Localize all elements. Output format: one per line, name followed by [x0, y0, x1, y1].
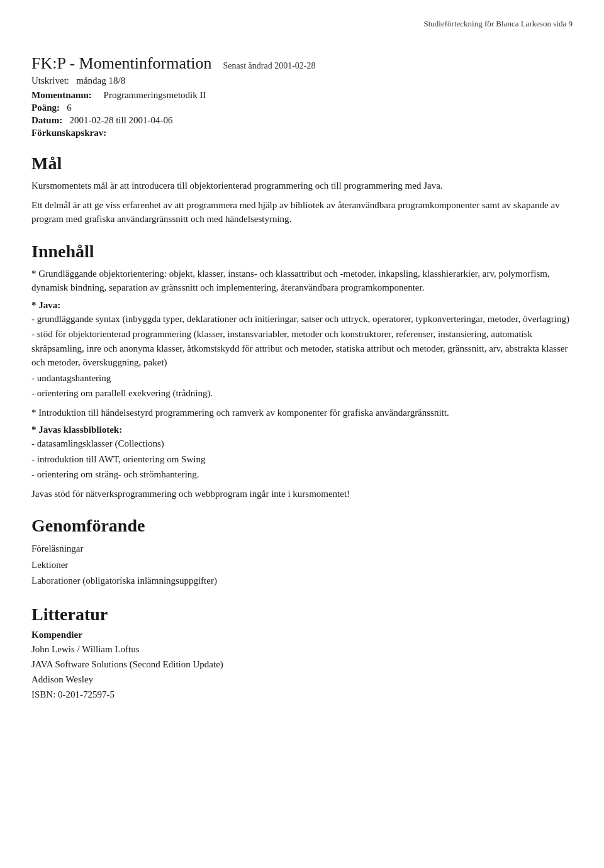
javas-item-1: - introduktion till AWT, orientering om …: [31, 452, 573, 467]
publisher: Addison Wesley: [31, 672, 573, 687]
momentnamn-row: Momentnamn: Programmeringsmetodik II: [31, 90, 573, 101]
book-title: JAVA Software Solutions (Second Edition …: [31, 657, 573, 672]
momentnamn-value: Programmeringsmetodik II: [104, 90, 206, 100]
datum-label: Datum:: [31, 115, 62, 125]
mal-text2: Ett delmål är att ge viss erfarenhet av …: [31, 198, 573, 226]
main-title: FK:P - Momentinformation: [31, 54, 211, 73]
poang-row: Poäng: 6: [31, 103, 573, 113]
utskrivet-label: Utskrivet:: [31, 75, 69, 86]
javas-item-0: - datasamlingsklasser (Collections): [31, 437, 573, 451]
utskrivet-row: Utskrivet: måndag 18/8: [31, 75, 573, 86]
genomforande-heading: Genomförande: [31, 516, 573, 536]
genomforande-item-2: Laborationer (obligatoriska inlämningsup…: [31, 573, 573, 589]
last-changed-label: Senast ändrad 2001-02-28: [223, 61, 315, 71]
java-label: * Java:: [31, 300, 573, 311]
kompendier-label: Kompendier: [31, 630, 573, 640]
author-line: John Lewis / William Loftus: [31, 642, 573, 657]
genomforande-item-1: Lektioner: [31, 557, 573, 574]
java-item-3: - orientering om parallell exekvering (t…: [31, 386, 573, 401]
poang-value: 6: [67, 103, 72, 113]
java-item-0: - grundläggande syntax (inbyggda typer, …: [31, 312, 573, 326]
mal-text1: Kursmomentets mål är att introducera til…: [31, 179, 573, 193]
innehall-block1: * Grundläggande objektorientering: objek…: [31, 267, 573, 295]
innehall-heading: Innehåll: [31, 242, 573, 262]
momentnamn-label: Momentnamn:: [31, 90, 92, 100]
mal-heading: Mål: [31, 153, 573, 174]
intro-line: * Introduktion till händelsestyrd progra…: [31, 406, 573, 420]
javas-note: Javas stöd för nätverksprogrammering och…: [31, 487, 573, 501]
java-item-2: - undantagshantering: [31, 371, 573, 386]
genomforande-item-0: Föreläsningar: [31, 541, 573, 557]
forkunskaps-row: Förkunskapskrav:: [31, 128, 573, 138]
javas-label: * Javas klassbibliotek:: [31, 425, 573, 435]
isbn: ISBN: 0-201-72597-5: [31, 687, 573, 702]
utskrivet-value: måndag 18/8: [76, 75, 125, 86]
javas-item-2: - orientering om sträng- och strömhanter…: [31, 467, 573, 482]
datum-row: Datum: 2001-02-28 till 2001-04-06: [31, 115, 573, 126]
poang-label: Poäng:: [31, 103, 60, 113]
main-title-row: FK:P - Momentinformation Senast ändrad 2…: [31, 54, 573, 73]
litteratur-heading: Litteratur: [31, 604, 573, 625]
java-item-1: - stöd för objektorienterad programmerin…: [31, 327, 573, 370]
datum-value: 2001-02-28 till 2001-04-06: [69, 115, 172, 125]
genomforande-items: Föreläsningar Lektioner Laborationer (ob…: [31, 541, 573, 589]
info-section: Momentnamn: Programmeringsmetodik II Poä…: [31, 90, 573, 138]
page-header: Studieförteckning för Blanca Larkeson si…: [31, 19, 573, 29]
forkunskaps-label: Förkunskapskrav:: [31, 128, 106, 138]
